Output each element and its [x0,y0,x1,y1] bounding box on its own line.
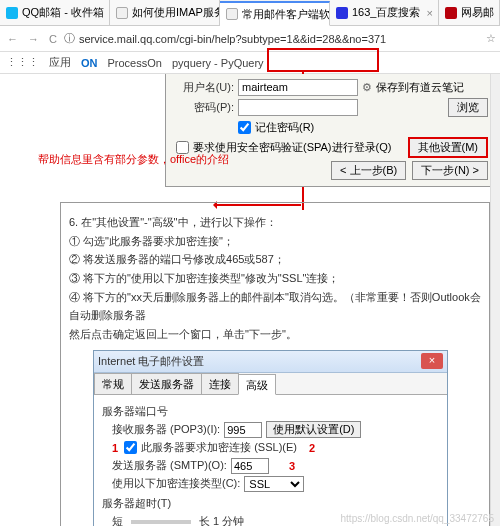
password-field[interactable] [238,99,358,116]
cloud-save-link[interactable]: 保存到有道云笔记 [376,80,464,95]
forward-icon[interactable]: → [25,33,42,45]
section-server-ports: 服务器端口号 [102,404,439,419]
username-field[interactable] [238,79,358,96]
tab-advanced[interactable]: 高级 [238,374,276,395]
ssl-required-label: 此服务器要求加密连接 (SSL)(E) [141,440,297,455]
address-bar: ← → C ⓘ service.mail.qq.com/cgi-bin/help… [0,26,500,52]
next-step-button[interactable]: 下一步(N) > [412,161,488,180]
favicon-generic [116,7,128,19]
timeout-long: 长 1 分钟 [199,514,244,526]
remember-password-label: 记住密码(R) [255,120,314,135]
close-icon[interactable]: × [421,353,443,369]
anno-2: 2 [309,442,315,454]
dialog-body: 服务器端口号 接收服务器 (POP3)(I): 使用默认设置(D) 1 此服务器… [94,395,447,526]
step-1: ① 勾选"此服务器要求加密连接"； [69,232,481,251]
tab-imap-help[interactable]: 如何使用IMAP服务？_× [110,0,220,25]
step-2: ② 将发送服务器的端口号修改成465或587； [69,250,481,269]
browser-tab-strip: QQ邮箱 - 收件箱× 如何使用IMAP服务？_× 常用邮件客户端软件设置× 1… [0,0,500,26]
ssl-required-checkbox[interactable] [124,441,137,454]
anno-1: 1 [112,442,118,454]
username-label: 用户名(U): [172,80,234,95]
processon-icon: ON [81,57,98,69]
tab-label: 常用邮件客户端软件设置 [242,7,330,22]
gear-icon[interactable]: ⚙ [362,81,372,94]
favicon-163 [445,7,457,19]
favicon-baidu [336,7,348,19]
password-label: 密码(P): [172,100,234,115]
tab-label: 如何使用IMAP服务？_ [132,5,220,20]
reload-icon[interactable]: C [46,33,60,45]
pop3-port-field[interactable] [224,422,262,438]
remember-password-checkbox[interactable] [238,121,251,134]
instructions-panel: 6. 在"其他设置"-"高级"中，进行以下操作： ① 勾选"此服务器要求加密连接… [60,202,490,526]
page-content: 用户名(U): ⚙ 保存到有道云笔记 密码(P): 浏览 记住密码(R) 要求使… [0,74,500,526]
tab-163[interactable]: 网易邮 [439,0,500,25]
prev-step-button[interactable]: < 上一步(B) [331,161,406,180]
steps-text: 6. 在"其他设置"-"高级"中，进行以下操作： ① 勾选"此服务器要求加密连接… [69,213,481,344]
section-timeout: 服务器超时(T) [102,496,439,511]
anno-3: 3 [289,460,295,472]
tab-outgoing[interactable]: 发送服务器 [131,373,202,394]
star-icon[interactable]: ☆ [486,32,496,45]
step-5: 然后点击确定返回上一个窗口，单击"下一步"。 [69,325,481,344]
use-default-button[interactable]: 使用默认设置(D) [266,421,361,438]
bookmark-pyquery[interactable]: pyquery - PyQuery [172,57,264,69]
dialog-tabs: 常规 发送服务器 连接 高级 [94,373,447,395]
tab-label: QQ邮箱 - 收件箱 [22,5,104,20]
tab-label: 163_百度搜索 [352,5,420,20]
annotation-help-text: 帮助信息里含有部分参数，office的介绍 [38,152,229,167]
favicon-generic [226,8,238,20]
tab-label: 网易邮 [461,5,494,20]
dialog-title: Internet 电子邮件设置 [98,354,204,369]
tab-connection[interactable]: 连接 [201,373,239,394]
dialog-titlebar[interactable]: Internet 电子邮件设置 × [94,351,447,373]
internet-email-settings-dialog: Internet 电子邮件设置 × 常规 发送服务器 连接 高级 服务器端口号 … [93,350,448,526]
browse-button[interactable]: 浏览 [448,98,488,117]
tab-baidu[interactable]: 163_百度搜索× [330,0,439,25]
step-4: ④ 将下方的"xx天后删除服务器上的邮件副本"取消勾选。（非常重要！否则Outl… [69,288,481,325]
tab-qqmail[interactable]: QQ邮箱 - 收件箱× [0,0,110,25]
smtp-port-field[interactable] [231,458,269,474]
close-icon[interactable]: × [426,7,432,19]
encryption-type-select[interactable]: SSL [244,476,304,492]
smtp-label: 发送服务器 (SMTP)(O): [112,458,227,473]
bookmark-processon[interactable]: ProcessOn [108,57,162,69]
step-3: ③ 将下方的"使用以下加密连接类型"修改为"SSL"连接； [69,269,481,288]
info-icon[interactable]: ⓘ [64,31,75,46]
watermark: https://blog.csdn.net/qq_33472765 [341,513,494,524]
bookmarks-bar: ⋮⋮⋮ 应用 ON ProcessOn pyquery - PyQuery [0,52,500,74]
timeout-short: 短 [112,514,123,526]
tab-mail-client-setup[interactable]: 常用邮件客户端软件设置× [220,1,330,26]
steps-header: 6. 在"其他设置"-"高级"中，进行以下操作： [69,213,481,232]
tab-general[interactable]: 常规 [94,373,132,394]
account-settings-panel: 用户名(U): ⚙ 保存到有道云笔记 密码(P): 浏览 记住密码(R) 要求使… [165,74,495,187]
encryption-type-label: 使用以下加密连接类型(C): [112,476,240,491]
back-icon[interactable]: ← [4,33,21,45]
bookmark-apps[interactable]: 应用 [49,55,71,70]
url-text[interactable]: service.mail.qq.com/cgi-bin/help?subtype… [79,33,482,45]
favicon-qq [6,7,18,19]
apps-icon[interactable]: ⋮⋮⋮ [6,56,39,69]
scrollbar[interactable] [490,74,500,526]
timeout-slider[interactable] [131,520,191,524]
other-settings-button[interactable]: 其他设置(M) [408,137,489,158]
pop3-label: 接收服务器 (POP3)(I): [112,422,220,437]
